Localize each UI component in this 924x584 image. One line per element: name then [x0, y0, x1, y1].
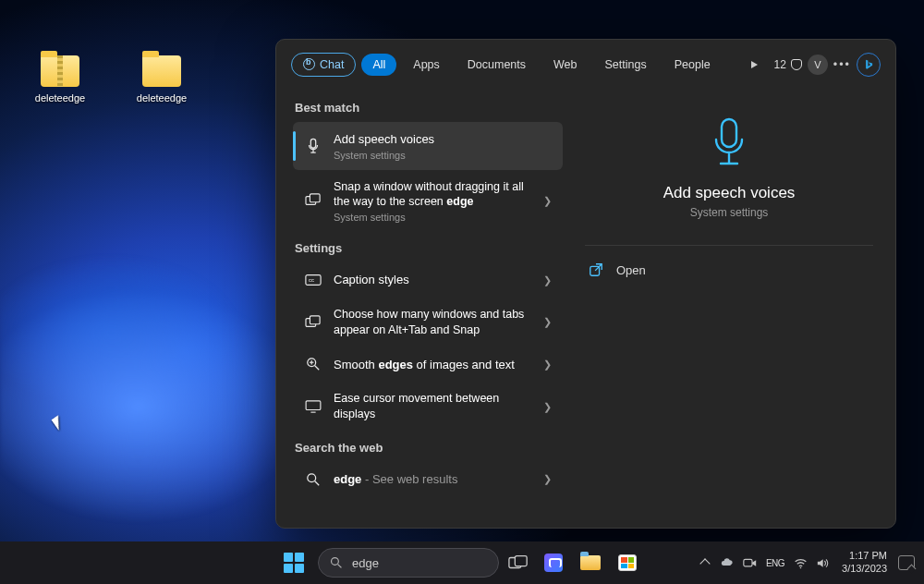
result-preview-pane: Add speech voices System settings Open — [563, 86, 895, 528]
desktop-icon-label: deleteedge — [137, 92, 187, 103]
chat-icon — [544, 554, 563, 572]
chevron-right-icon: ❯ — [543, 401, 552, 413]
result-smooth-edges[interactable]: Smooth edges of images and text ❯ — [293, 347, 563, 383]
window-snap-icon — [304, 193, 322, 208]
desktop-icon-deleteedge[interactable]: deleteedge — [129, 55, 194, 103]
profile-button[interactable]: V — [808, 55, 828, 75]
microphone-large-icon — [708, 116, 750, 171]
tab-more-scopes[interactable] — [740, 54, 769, 76]
meet-now-icon[interactable] — [743, 556, 757, 570]
windows-stack-icon — [304, 315, 322, 330]
tab-chat[interactable]: Chat — [291, 53, 356, 77]
section-search-web: Search the web — [295, 441, 563, 455]
svg-point-20 — [800, 566, 802, 568]
rewards-indicator[interactable]: 12 — [774, 58, 802, 71]
svg-line-7 — [315, 366, 319, 370]
tab-documents[interactable]: Documents — [456, 54, 537, 76]
file-explorer-icon — [580, 555, 601, 570]
captions-icon: cc — [304, 274, 322, 286]
search-scope-tabs: Chat All Apps Documents Web Settings Peo… — [276, 40, 895, 86]
desktop-icon-deleteedge-zip[interactable]: deleteedge — [28, 55, 92, 103]
desktop-icon-label: deleteedge — [35, 92, 85, 103]
play-icon — [751, 61, 758, 68]
result-title: Choose how many windows and tabs appear … — [334, 307, 532, 338]
section-settings: Settings — [295, 241, 563, 255]
volume-icon[interactable] — [817, 556, 831, 570]
taskbar-store-button[interactable] — [612, 547, 643, 578]
tab-apps[interactable]: Apps — [402, 54, 451, 76]
taskbar-search-value: edge — [352, 556, 379, 570]
search-icon — [330, 556, 343, 569]
display-icon — [304, 400, 322, 413]
result-title: Add speech voices — [334, 131, 552, 148]
svg-rect-1 — [310, 194, 320, 202]
clock-time: 1:17 PM — [842, 550, 887, 563]
taskbar-search-box[interactable]: edge — [318, 548, 499, 578]
system-tray: ENG 1:17 PM 3/13/2023 — [701, 550, 915, 576]
microphone-icon — [304, 138, 322, 154]
svg-rect-10 — [306, 401, 321, 410]
result-ease-cursor-displays[interactable]: Ease cursor movement between displays ❯ — [293, 382, 563, 432]
result-snap-window-edge[interactable]: Snap a window without dragging it all th… — [293, 170, 563, 233]
folder-icon — [142, 55, 181, 87]
svg-line-16 — [338, 565, 342, 568]
chevron-right-icon: ❯ — [543, 195, 552, 207]
chevron-right-icon: ❯ — [543, 473, 552, 485]
rewards-icon — [791, 59, 802, 70]
tray-overflow-button[interactable] — [699, 558, 710, 568]
result-web-edge[interactable]: edge - See web results ❯ — [293, 462, 563, 497]
options-button[interactable]: ••• — [833, 58, 851, 71]
tab-all[interactable]: All — [361, 54, 396, 76]
tab-settings[interactable]: Settings — [594, 54, 658, 76]
bing-chat-button[interactable] — [857, 53, 881, 77]
result-title: edge - See web results — [334, 471, 532, 488]
result-subtitle: System settings — [334, 150, 552, 161]
action-label: Open — [616, 263, 646, 277]
result-title: Caption styles — [334, 272, 532, 288]
result-subtitle: System settings — [334, 212, 532, 223]
result-title: Ease cursor movement between displays — [334, 391, 532, 422]
results-list: Best match Add speech voices System sett… — [276, 86, 563, 528]
folder-zip-icon — [41, 55, 79, 87]
taskbar-clock[interactable]: 1:17 PM 3/13/2023 — [842, 550, 887, 576]
result-title: Smooth edges of images and text — [334, 357, 532, 373]
open-external-icon — [589, 262, 603, 277]
wifi-icon[interactable] — [794, 556, 808, 570]
result-caption-styles[interactable]: cc Caption styles ❯ — [293, 262, 563, 298]
tab-people[interactable]: People — [663, 54, 722, 76]
divider — [585, 245, 873, 246]
onedrive-icon[interactable] — [720, 556, 734, 570]
tab-web[interactable]: Web — [542, 54, 588, 76]
svg-line-13 — [315, 481, 319, 484]
search-icon — [304, 472, 322, 487]
rewards-points: 12 — [774, 58, 786, 71]
chevron-right-icon: ❯ — [543, 274, 552, 286]
svg-point-12 — [308, 473, 316, 481]
taskbar-chat-button[interactable] — [538, 547, 569, 578]
action-open[interactable]: Open — [585, 251, 873, 288]
section-best-match: Best match — [295, 101, 563, 115]
bing-b-icon — [303, 58, 315, 70]
result-add-speech-voices[interactable]: Add speech voices System settings — [293, 122, 563, 170]
search-flyout: Chat All Apps Documents Web Settings Peo… — [275, 39, 896, 529]
clock-date: 3/13/2023 — [842, 563, 887, 576]
desktop-icons: deleteedge deleteedge — [28, 55, 194, 103]
result-title: Snap a window without dragging it all th… — [334, 179, 532, 211]
task-view-button[interactable] — [505, 547, 532, 578]
start-button[interactable] — [281, 550, 307, 576]
svg-rect-19 — [744, 559, 752, 566]
microsoft-store-icon — [618, 554, 637, 571]
svg-point-15 — [332, 558, 339, 566]
notifications-button[interactable] — [898, 555, 915, 570]
taskbar: edge ENG 1:17 PM 3/13/2023 — [0, 541, 924, 584]
preview-title: Add speech voices — [663, 184, 796, 202]
language-indicator[interactable]: ENG — [766, 558, 784, 568]
taskbar-explorer-button[interactable] — [575, 547, 606, 578]
chevron-right-icon: ❯ — [543, 359, 552, 371]
task-view-icon — [508, 554, 529, 571]
chevron-right-icon: ❯ — [543, 316, 552, 328]
bing-icon — [862, 58, 875, 71]
result-alttab-snap-count[interactable]: Choose how many windows and tabs appear … — [293, 298, 563, 347]
svg-rect-5 — [310, 316, 320, 324]
svg-text:cc: cc — [309, 277, 314, 283]
